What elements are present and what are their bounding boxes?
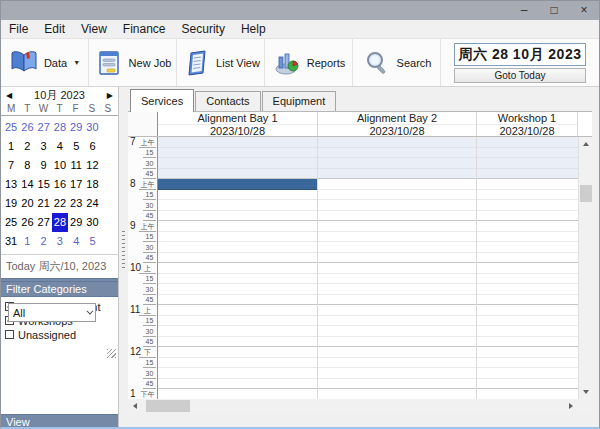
calendar-day[interactable]: 13 [3, 175, 19, 194]
menu-item-finance[interactable]: Finance [115, 20, 174, 39]
time-slot[interactable] [477, 190, 591, 201]
time-slot[interactable] [477, 148, 591, 159]
time-slot[interactable] [318, 337, 476, 348]
time-slot[interactable] [318, 358, 476, 369]
tab-equipment[interactable]: Equipment [262, 91, 337, 111]
time-slot[interactable] [477, 158, 591, 169]
time-slot[interactable] [477, 295, 591, 306]
calendar-today-label[interactable]: Today 周六/10, 2023 [1, 254, 118, 278]
time-slot[interactable] [477, 358, 591, 369]
time-slot[interactable] [318, 148, 476, 159]
calendar-day[interactable]: 27 [36, 213, 52, 232]
calendar-prev-icon[interactable]: ◀ [6, 91, 18, 100]
data-button[interactable]: Data ▼ [1, 39, 89, 86]
time-slot[interactable] [318, 242, 476, 253]
time-slot[interactable] [318, 347, 476, 358]
calendar-day[interactable]: 21 [36, 194, 52, 213]
calendar-day[interactable]: 12 [84, 156, 100, 175]
calendar-day[interactable]: 20 [19, 194, 35, 213]
scroll-left-button[interactable] [128, 399, 142, 413]
time-slot[interactable] [158, 253, 317, 264]
calendar-day[interactable]: 3 [36, 137, 52, 156]
calendar-day[interactable]: 27 [36, 118, 52, 137]
calendar-day[interactable]: 28 [52, 118, 68, 137]
time-slot[interactable] [158, 305, 317, 316]
time-slot[interactable] [158, 137, 317, 148]
calendar-day[interactable]: 31 [3, 232, 19, 251]
time-slot[interactable] [477, 337, 591, 348]
calendar-day[interactable]: 1 [3, 137, 19, 156]
time-slot[interactable] [318, 316, 476, 327]
time-slot[interactable] [158, 221, 317, 232]
time-slot[interactable] [477, 242, 591, 253]
calendar-day[interactable]: 29 [68, 118, 84, 137]
time-slot[interactable] [158, 200, 317, 211]
calendar-day[interactable]: 15 [36, 175, 52, 194]
panel-splitter[interactable] [119, 87, 128, 429]
time-slot[interactable] [318, 169, 476, 180]
time-slot[interactable] [477, 200, 591, 211]
time-slot[interactable] [318, 232, 476, 243]
calendar-day[interactable]: 5 [84, 232, 100, 251]
menu-item-help[interactable]: Help [233, 20, 274, 39]
scroll-right-button[interactable] [564, 399, 578, 413]
horizontal-scrollbar[interactable] [128, 399, 592, 413]
time-slot[interactable] [318, 200, 476, 211]
calendar-day[interactable]: 4 [68, 232, 84, 251]
time-slot[interactable] [318, 158, 476, 169]
time-slot[interactable] [318, 211, 476, 222]
time-slot[interactable] [477, 379, 591, 390]
time-slot[interactable] [158, 274, 317, 285]
time-slot[interactable] [318, 368, 476, 379]
close-button[interactable]: × [569, 1, 599, 20]
goto-today-button[interactable]: Goto Today [454, 68, 586, 83]
calendar-next-icon[interactable]: ▶ [101, 91, 113, 100]
time-slot[interactable] [477, 326, 591, 337]
time-slot[interactable] [158, 284, 317, 295]
time-slot[interactable] [477, 211, 591, 222]
time-slot[interactable] [318, 295, 476, 306]
time-slot[interactable] [318, 179, 476, 190]
time-slot[interactable] [318, 190, 476, 201]
menu-item-security[interactable]: Security [174, 20, 233, 39]
time-slot[interactable] [158, 316, 317, 327]
menu-item-view[interactable]: View [73, 20, 115, 39]
calendar-day[interactable]: 3 [52, 232, 68, 251]
minimize-button[interactable]: – [509, 1, 539, 20]
calendar-day[interactable]: 25 [3, 118, 19, 137]
calendar-day[interactable]: 24 [84, 194, 100, 213]
time-slot[interactable] [477, 389, 591, 399]
time-slot[interactable] [477, 179, 591, 190]
calendar-day[interactable]: 28 [52, 213, 68, 232]
search-button[interactable]: Search [353, 39, 441, 86]
time-slot[interactable] [477, 253, 591, 264]
time-slot[interactable] [158, 347, 317, 358]
checkbox-unchecked-icon[interactable] [5, 330, 14, 339]
time-slot[interactable] [477, 347, 591, 358]
time-slot[interactable] [477, 305, 591, 316]
calendar-day[interactable]: 30 [84, 118, 100, 137]
time-slot[interactable] [158, 368, 317, 379]
calendar-day[interactable]: 10 [52, 156, 68, 175]
time-slot[interactable] [158, 158, 317, 169]
calendar-day[interactable]: 25 [3, 213, 19, 232]
selected-time-slot[interactable] [158, 179, 317, 190]
time-slot[interactable] [477, 169, 591, 180]
time-slot[interactable] [318, 379, 476, 390]
calendar-day[interactable]: 18 [84, 175, 100, 194]
time-slot[interactable] [477, 221, 591, 232]
time-slot[interactable] [158, 358, 317, 369]
time-slot[interactable] [318, 221, 476, 232]
calendar-day[interactable]: 16 [52, 175, 68, 194]
calendar-day[interactable]: 11 [68, 156, 84, 175]
time-slot[interactable] [477, 263, 591, 274]
calendar-day[interactable]: 19 [3, 194, 19, 213]
calendar-day[interactable]: 26 [19, 118, 35, 137]
time-slot[interactable] [477, 274, 591, 285]
time-slot[interactable] [158, 242, 317, 253]
time-slot[interactable] [318, 263, 476, 274]
calendar-day[interactable]: 26 [19, 213, 35, 232]
time-slot[interactable] [158, 389, 317, 399]
time-slot[interactable] [477, 232, 591, 243]
calendar-day[interactable]: 8 [19, 156, 35, 175]
